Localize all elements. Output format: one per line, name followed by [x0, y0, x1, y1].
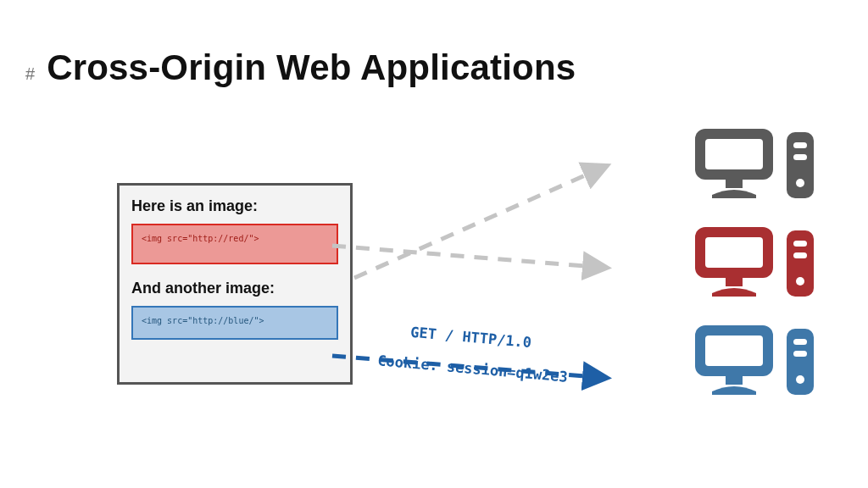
- svg-rect-10: [787, 230, 814, 297]
- svg-rect-11: [793, 241, 807, 247]
- svg-point-20: [796, 375, 804, 384]
- svg-rect-5: [793, 154, 807, 160]
- monitor-icon: [692, 322, 776, 396]
- svg-rect-15: [705, 336, 763, 366]
- panel-heading-2: And another image:: [131, 280, 338, 297]
- monitor-icon: [692, 125, 776, 200]
- code-box-red: <img src="http://red/">: [131, 224, 338, 264]
- svg-point-13: [796, 277, 804, 286]
- code-red-text: <img src="http://red/">: [142, 234, 259, 243]
- hash-mark: #: [25, 64, 35, 84]
- tower-icon: [785, 229, 815, 298]
- http-request-line2: Cookie: session=q1w2e3: [377, 352, 569, 385]
- svg-rect-17: [787, 329, 814, 395]
- svg-rect-18: [793, 339, 807, 345]
- svg-rect-16: [726, 376, 743, 385]
- svg-rect-2: [726, 180, 743, 188]
- code-box-blue: <img src="http://blue/">: [131, 306, 338, 340]
- svg-point-6: [796, 179, 804, 187]
- slide-title: Cross-Origin Web Applications: [47, 47, 576, 88]
- svg-rect-8: [705, 237, 763, 268]
- server-grey: [692, 125, 815, 200]
- slide-title-row: # Cross-Origin Web Applications: [25, 47, 576, 88]
- svg-rect-4: [793, 142, 807, 148]
- monitor-icon: [692, 224, 776, 298]
- arrow-red-to-red-server: [332, 246, 606, 268]
- server-cluster: [692, 125, 815, 396]
- svg-rect-3: [787, 132, 814, 198]
- svg-rect-9: [726, 278, 743, 286]
- tower-icon: [785, 327, 815, 396]
- arrow-panel-to-grey: [354, 166, 606, 278]
- svg-rect-19: [793, 351, 807, 357]
- code-blue-text: <img src="http://blue/">: [142, 316, 264, 325]
- tower-icon: [785, 130, 815, 200]
- server-red: [692, 224, 815, 298]
- svg-rect-1: [705, 139, 763, 169]
- svg-rect-12: [793, 252, 807, 258]
- http-request-line1: GET / HTTP/1.0: [409, 324, 531, 351]
- server-blue: [692, 322, 815, 396]
- html-source-panel: Here is an image: <img src="http://red/"…: [117, 183, 353, 385]
- panel-heading-1: Here is an image:: [131, 197, 338, 215]
